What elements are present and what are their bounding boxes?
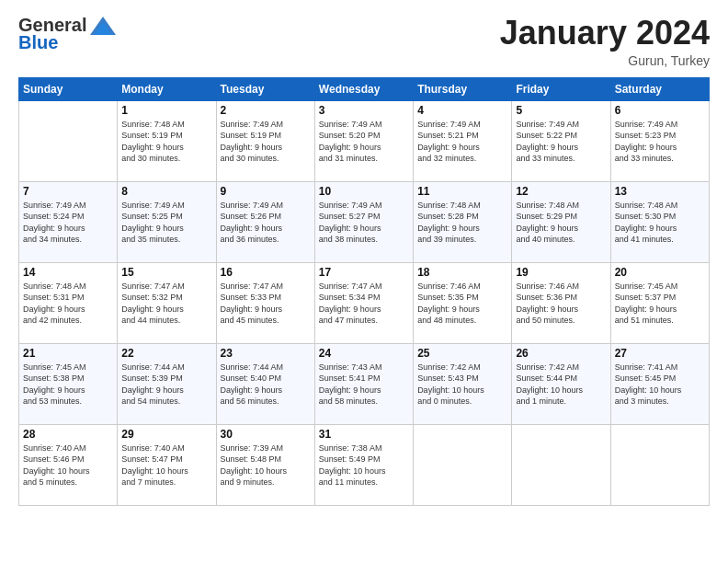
calendar-cell: 10Sunrise: 7:49 AMSunset: 5:27 PMDayligh… [314,181,413,262]
calendar-cell: 9Sunrise: 7:49 AMSunset: 5:26 PMDaylight… [216,181,314,262]
day-info: Sunrise: 7:47 AMSunset: 5:33 PMDaylight:… [221,281,311,327]
day-info: Sunrise: 7:43 AMSunset: 5:41 PMDaylight:… [319,362,409,408]
calendar-cell: 11Sunrise: 7:48 AMSunset: 5:28 PMDayligh… [414,181,512,262]
day-number: 11 [417,185,507,198]
day-number: 24 [319,347,409,360]
calendar-header-sunday: Sunday [19,77,118,100]
day-number: 16 [221,266,311,279]
day-number: 8 [121,185,211,198]
calendar-header-wednesday: Wednesday [314,77,413,100]
day-number: 31 [319,428,409,441]
logo-blue-text: Blue [18,32,58,52]
day-info: Sunrise: 7:49 AMSunset: 5:22 PMDaylight:… [516,119,606,165]
calendar-week-3: 14Sunrise: 7:48 AMSunset: 5:31 PMDayligh… [19,262,710,343]
day-number: 30 [221,428,311,441]
day-info: Sunrise: 7:48 AMSunset: 5:29 PMDaylight:… [516,200,606,246]
calendar-cell: 4Sunrise: 7:49 AMSunset: 5:21 PMDaylight… [414,100,512,181]
day-number: 29 [121,428,211,441]
calendar-header-saturday: Saturday [610,77,709,100]
day-number: 5 [516,104,606,117]
day-info: Sunrise: 7:48 AMSunset: 5:30 PMDaylight:… [615,200,705,246]
day-number: 12 [516,185,606,198]
day-info: Sunrise: 7:47 AMSunset: 5:34 PMDaylight:… [319,281,409,327]
day-info: Sunrise: 7:45 AMSunset: 5:38 PMDaylight:… [23,362,113,408]
calendar-cell: 5Sunrise: 7:49 AMSunset: 5:22 PMDaylight… [512,100,610,181]
day-number: 6 [615,104,705,117]
calendar-cell: 31Sunrise: 7:38 AMSunset: 5:49 PMDayligh… [314,424,413,505]
day-info: Sunrise: 7:49 AMSunset: 5:21 PMDaylight:… [417,119,507,165]
day-number: 9 [221,185,311,198]
day-info: Sunrise: 7:48 AMSunset: 5:28 PMDaylight:… [417,200,507,246]
calendar-week-2: 7Sunrise: 7:49 AMSunset: 5:24 PMDaylight… [19,181,710,262]
header: General Blue January 2024 Gurun, Turkey [18,15,710,68]
calendar-cell: 24Sunrise: 7:43 AMSunset: 5:41 PMDayligh… [314,343,413,424]
day-number: 27 [615,347,705,360]
calendar-cell: 26Sunrise: 7:42 AMSunset: 5:44 PMDayligh… [512,343,610,424]
day-number: 14 [23,266,113,279]
calendar-cell: 16Sunrise: 7:47 AMSunset: 5:33 PMDayligh… [216,262,314,343]
calendar-cell: 27Sunrise: 7:41 AMSunset: 5:45 PMDayligh… [610,343,709,424]
calendar-cell: 15Sunrise: 7:47 AMSunset: 5:32 PMDayligh… [118,262,216,343]
calendar-cell: 13Sunrise: 7:48 AMSunset: 5:30 PMDayligh… [610,181,709,262]
calendar-header-row: SundayMondayTuesdayWednesdayThursdayFrid… [19,77,710,100]
day-info: Sunrise: 7:39 AMSunset: 5:48 PMDaylight:… [221,442,311,488]
calendar-week-4: 21Sunrise: 7:45 AMSunset: 5:38 PMDayligh… [19,343,710,424]
calendar-cell [512,424,610,505]
calendar-cell: 25Sunrise: 7:42 AMSunset: 5:43 PMDayligh… [414,343,512,424]
day-number: 3 [319,104,409,117]
logo-icon [90,17,116,35]
day-info: Sunrise: 7:44 AMSunset: 5:39 PMDaylight:… [121,362,211,408]
calendar-cell: 12Sunrise: 7:48 AMSunset: 5:29 PMDayligh… [512,181,610,262]
day-number: 10 [319,185,409,198]
day-number: 2 [221,104,311,117]
calendar-cell: 30Sunrise: 7:39 AMSunset: 5:48 PMDayligh… [216,424,314,505]
day-number: 15 [121,266,211,279]
day-number: 25 [417,347,507,360]
calendar-cell: 6Sunrise: 7:49 AMSunset: 5:23 PMDaylight… [610,100,709,181]
calendar-cell: 19Sunrise: 7:46 AMSunset: 5:36 PMDayligh… [512,262,610,343]
day-info: Sunrise: 7:49 AMSunset: 5:23 PMDaylight:… [615,119,705,165]
day-number: 13 [615,185,705,198]
day-number: 4 [417,104,507,117]
day-info: Sunrise: 7:40 AMSunset: 5:46 PMDaylight:… [23,442,113,488]
calendar-header-thursday: Thursday [414,77,512,100]
day-number: 7 [23,185,113,198]
day-number: 23 [221,347,311,360]
day-number: 20 [615,266,705,279]
day-info: Sunrise: 7:42 AMSunset: 5:43 PMDaylight:… [417,362,507,408]
day-info: Sunrise: 7:38 AMSunset: 5:49 PMDaylight:… [319,442,409,488]
day-info: Sunrise: 7:49 AMSunset: 5:19 PMDaylight:… [221,119,311,165]
day-info: Sunrise: 7:49 AMSunset: 5:26 PMDaylight:… [221,200,311,246]
day-number: 17 [319,266,409,279]
calendar-cell: 8Sunrise: 7:49 AMSunset: 5:25 PMDaylight… [118,181,216,262]
calendar-header-friday: Friday [512,77,610,100]
title-area: January 2024 Gurun, Turkey [500,15,710,68]
calendar-cell: 28Sunrise: 7:40 AMSunset: 5:46 PMDayligh… [19,424,118,505]
calendar-table: SundayMondayTuesdayWednesdayThursdayFrid… [18,77,710,506]
calendar-header-monday: Monday [118,77,216,100]
calendar-week-5: 28Sunrise: 7:40 AMSunset: 5:46 PMDayligh… [19,424,710,505]
calendar-cell [19,100,118,181]
day-info: Sunrise: 7:42 AMSunset: 5:44 PMDaylight:… [516,362,606,408]
calendar-cell: 22Sunrise: 7:44 AMSunset: 5:39 PMDayligh… [118,343,216,424]
calendar-cell: 18Sunrise: 7:46 AMSunset: 5:35 PMDayligh… [414,262,512,343]
calendar-cell: 21Sunrise: 7:45 AMSunset: 5:38 PMDayligh… [19,343,118,424]
month-title: January 2024 [500,15,710,52]
calendar-cell: 2Sunrise: 7:49 AMSunset: 5:19 PMDaylight… [216,100,314,181]
calendar-header-tuesday: Tuesday [216,77,314,100]
day-info: Sunrise: 7:44 AMSunset: 5:40 PMDaylight:… [221,362,311,408]
calendar-cell: 14Sunrise: 7:48 AMSunset: 5:31 PMDayligh… [19,262,118,343]
day-number: 22 [121,347,211,360]
calendar-cell: 23Sunrise: 7:44 AMSunset: 5:40 PMDayligh… [216,343,314,424]
calendar-cell: 1Sunrise: 7:48 AMSunset: 5:19 PMDaylight… [118,100,216,181]
day-number: 28 [23,428,113,441]
day-info: Sunrise: 7:41 AMSunset: 5:45 PMDaylight:… [615,362,705,408]
day-number: 19 [516,266,606,279]
subtitle: Gurun, Turkey [500,53,710,68]
day-info: Sunrise: 7:49 AMSunset: 5:20 PMDaylight:… [319,119,409,165]
page: General Blue January 2024 Gurun, Turkey … [0,0,728,563]
day-info: Sunrise: 7:46 AMSunset: 5:36 PMDaylight:… [516,281,606,327]
logo: General Blue [18,15,116,53]
day-info: Sunrise: 7:49 AMSunset: 5:25 PMDaylight:… [121,200,211,246]
day-number: 26 [516,347,606,360]
